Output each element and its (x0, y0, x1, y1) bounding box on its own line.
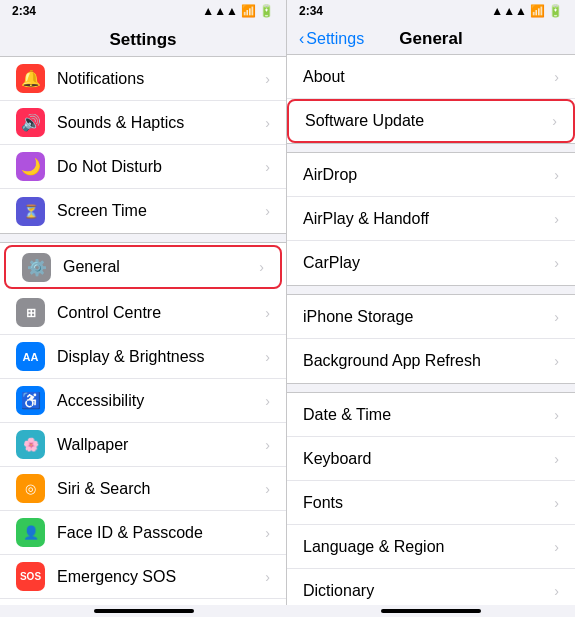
right-item-fonts[interactable]: Fonts › (287, 481, 575, 525)
left-signal-icon: ▲▲▲ (202, 4, 238, 18)
dictionary-chevron: › (554, 583, 559, 599)
accessibility-chevron: › (265, 393, 270, 409)
notifications-label: Notifications (57, 70, 261, 88)
wallpaper-icon: 🌸 (16, 430, 45, 459)
right-item-dictionary[interactable]: Dictionary › (287, 569, 575, 605)
right-item-backgroundapprefresh[interactable]: Background App Refresh › (287, 339, 575, 383)
right-item-airdrop[interactable]: AirDrop › (287, 153, 575, 197)
settings-item-sounds[interactable]: 🔊 Sounds & Haptics › (0, 101, 286, 145)
right-battery-icon: 🔋 (548, 4, 563, 18)
donotdisturb-chevron: › (265, 159, 270, 175)
left-wifi-icon: 📶 (241, 4, 256, 18)
settings-item-controlcentre[interactable]: ⊞ Control Centre › (0, 291, 286, 335)
right-item-keyboard[interactable]: Keyboard › (287, 437, 575, 481)
right-status-icons: ▲▲▲ 📶 🔋 (491, 4, 563, 18)
datetime-chevron: › (554, 407, 559, 423)
right-home-area (287, 605, 575, 617)
right-group-4: Date & Time › Keyboard › Fonts › Languag… (287, 392, 575, 605)
settings-item-wallpaper[interactable]: 🌸 Wallpaper › (0, 423, 286, 467)
settings-item-battery[interactable]: 🔋 Battery › (0, 599, 286, 605)
right-group-2: AirDrop › AirPlay & Handoff › CarPlay › (287, 152, 575, 286)
settings-item-screentime[interactable]: ⏳ Screen Time › (0, 189, 286, 233)
back-button[interactable]: ‹ Settings (299, 30, 364, 48)
language-chevron: › (554, 539, 559, 555)
controlcentre-chevron: › (265, 305, 270, 321)
notifications-chevron: › (265, 71, 270, 87)
backgroundapprefresh-label: Background App Refresh (303, 352, 550, 370)
controlcentre-icon: ⊞ (16, 298, 45, 327)
faceid-label: Face ID & Passcode (57, 524, 261, 542)
language-label: Language & Region (303, 538, 550, 556)
keyboard-label: Keyboard (303, 450, 550, 468)
left-panel-title: Settings (0, 22, 286, 56)
settings-item-siri[interactable]: ◎ Siri & Search › (0, 467, 286, 511)
airdrop-label: AirDrop (303, 166, 550, 184)
faceid-icon: 👤 (16, 518, 45, 547)
softwareupdate-label: Software Update (305, 112, 548, 130)
carplay-chevron: › (554, 255, 559, 271)
back-label: Settings (306, 30, 364, 48)
iphonestorage-label: iPhone Storage (303, 308, 550, 326)
left-home-area (0, 605, 287, 617)
airdrop-chevron: › (554, 167, 559, 183)
settings-item-notifications[interactable]: 🔔 Notifications › (0, 57, 286, 101)
fonts-label: Fonts (303, 494, 550, 512)
right-time: 2:34 (299, 4, 323, 18)
right-item-carplay[interactable]: CarPlay › (287, 241, 575, 285)
general-label: General (63, 258, 255, 276)
right-group-1: About › Software Update › (287, 54, 575, 144)
right-status-bar: 2:34 ▲▲▲ 📶 🔋 (287, 0, 575, 22)
sounds-icon: 🔊 (16, 108, 45, 137)
bottom-bar (0, 605, 575, 617)
notifications-icon: 🔔 (16, 64, 45, 93)
settings-item-display[interactable]: AA Display & Brightness › (0, 335, 286, 379)
left-settings-list: 🔔 Notifications › 🔊 Sounds & Haptics › 🌙… (0, 56, 286, 605)
left-battery-icon: 🔋 (259, 4, 274, 18)
right-item-airplayhandoff[interactable]: AirPlay & Handoff › (287, 197, 575, 241)
screentime-label: Screen Time (57, 202, 261, 220)
screentime-chevron: › (265, 203, 270, 219)
datetime-label: Date & Time (303, 406, 550, 424)
right-item-datetime[interactable]: Date & Time › (287, 393, 575, 437)
right-signal-icon: ▲▲▲ (491, 4, 527, 18)
screentime-icon: ⏳ (16, 197, 45, 226)
donotdisturb-label: Do Not Disturb (57, 158, 261, 176)
right-item-about[interactable]: About › (287, 55, 575, 99)
right-item-language[interactable]: Language & Region › (287, 525, 575, 569)
display-icon: AA (16, 342, 45, 371)
about-label: About (303, 68, 550, 86)
right-home-indicator (381, 609, 481, 613)
fonts-chevron: › (554, 495, 559, 511)
airplayhandoff-label: AirPlay & Handoff (303, 210, 550, 228)
siri-label: Siri & Search (57, 480, 261, 498)
dictionary-label: Dictionary (303, 582, 550, 600)
right-item-softwareupdate[interactable]: Software Update › (287, 99, 575, 143)
wallpaper-label: Wallpaper (57, 436, 261, 454)
settings-item-accessibility[interactable]: ♿ Accessibility › (0, 379, 286, 423)
right-item-iphonestorage[interactable]: iPhone Storage › (287, 295, 575, 339)
right-wifi-icon: 📶 (530, 4, 545, 18)
general-icon: ⚙️ (22, 253, 51, 282)
carplay-label: CarPlay (303, 254, 550, 272)
back-chevron-icon: ‹ (299, 30, 304, 48)
display-label: Display & Brightness (57, 348, 261, 366)
left-time: 2:34 (12, 4, 36, 18)
left-home-indicator (94, 609, 194, 613)
sounds-chevron: › (265, 115, 270, 131)
right-panel-title: General (399, 29, 462, 49)
sos-chevron: › (265, 569, 270, 585)
display-chevron: › (265, 349, 270, 365)
sounds-label: Sounds & Haptics (57, 114, 261, 132)
softwareupdate-chevron: › (552, 113, 557, 129)
settings-item-sos[interactable]: SOS Emergency SOS › (0, 555, 286, 599)
settings-item-donotdisturb[interactable]: 🌙 Do Not Disturb › (0, 145, 286, 189)
settings-item-faceid[interactable]: 👤 Face ID & Passcode › (0, 511, 286, 555)
left-group-2: ⚙️ General › ⊞ Control Centre › AA Displ… (0, 242, 286, 605)
settings-item-general[interactable]: ⚙️ General › (4, 245, 282, 289)
sos-icon: SOS (16, 562, 45, 591)
right-settings-list: About › Software Update › AirDrop › AirP… (287, 54, 575, 605)
left-status-icons: ▲▲▲ 📶 🔋 (202, 4, 274, 18)
sos-label: Emergency SOS (57, 568, 261, 586)
left-status-bar: 2:34 ▲▲▲ 📶 🔋 (0, 0, 286, 22)
siri-chevron: › (265, 481, 270, 497)
